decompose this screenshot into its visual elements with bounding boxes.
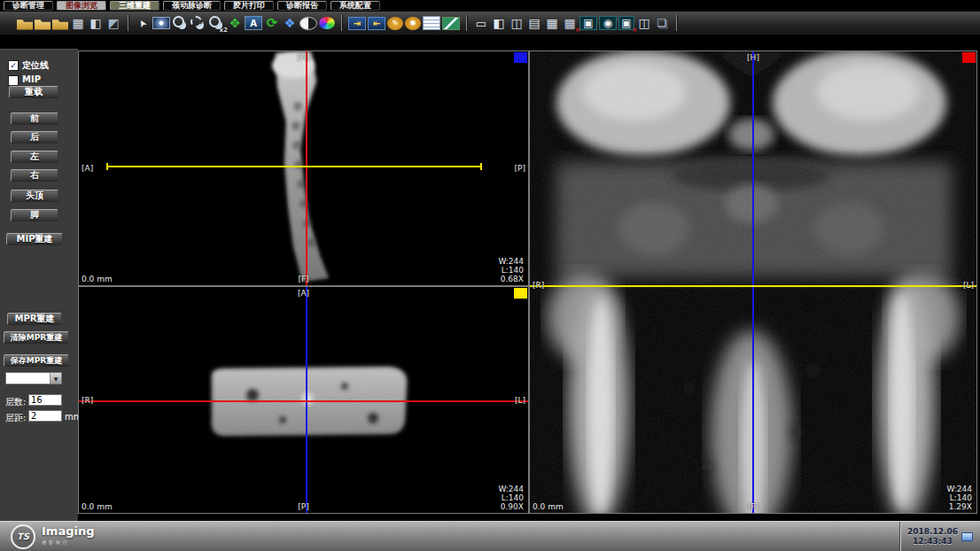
layout-browser-icon[interactable]: ◧ bbox=[491, 16, 507, 31]
mip-checkbox[interactable] bbox=[8, 75, 19, 86]
spacing-input[interactable] bbox=[28, 410, 62, 422]
zoom-value: 1.29X bbox=[946, 502, 972, 511]
orientation-left-label: [A] bbox=[82, 164, 93, 173]
menu-bar: 诊断管理 图像浏览 三维重建 颈动脉诊断 胶片打印 诊断报告 系统配置 bbox=[0, 0, 980, 12]
open-image-folder-icon[interactable] bbox=[52, 19, 68, 30]
orientation-left-label: [R] bbox=[533, 281, 544, 290]
worklist-grid-icon[interactable]: ▦ bbox=[70, 16, 86, 31]
coronal-viewport[interactable]: [H] [R] [L] [F] 0.0 mm W:244 L:140 1.29X bbox=[529, 50, 977, 514]
head-top-button[interactable]: 头顶 bbox=[11, 190, 58, 202]
crosshair-horizontal-red[interactable] bbox=[79, 400, 528, 402]
active-marker-red[interactable] bbox=[962, 52, 976, 63]
mip-rebuild-button[interactable]: MIP重建 bbox=[6, 233, 63, 245]
active-marker-blue[interactable] bbox=[514, 52, 527, 63]
layout-single-icon[interactable]: ▭ bbox=[473, 16, 489, 31]
tab-image-browse[interactable]: 图像浏览 bbox=[57, 1, 106, 11]
back-button[interactable]: 后 bbox=[11, 131, 58, 144]
orientation-right-label: [L] bbox=[515, 396, 525, 405]
delete-shape-icon[interactable]: ▣ ✕ bbox=[618, 16, 634, 31]
active-marker-yellow[interactable] bbox=[514, 288, 527, 299]
crosshair-vertical-blue[interactable] bbox=[752, 51, 754, 513]
front-button[interactable]: 前 bbox=[11, 113, 58, 125]
zoom-x2-icon[interactable]: x2 bbox=[207, 16, 225, 31]
layers-label: 层数: bbox=[5, 396, 26, 408]
zoom-value: 0.90X bbox=[498, 502, 524, 511]
viewport-area: [H] [A] [P] [F] 0.0 mm W:244 L:140 0.68X bbox=[78, 35, 980, 521]
mpr-workstation: 诊断管理 图像浏览 三维重建 颈动脉诊断 胶片打印 诊断报告 系统配置 ▦ ◧ … bbox=[0, 0, 980, 551]
axial-viewport[interactable]: [A] [R] [L] [P] 0.0 mm W:244 L:140 0.90X bbox=[78, 286, 529, 514]
localizer-checkbox[interactable]: ✓ bbox=[8, 60, 19, 71]
mpr-clear-button[interactable]: 清除MPR重建 bbox=[4, 331, 69, 344]
reload-button[interactable]: 重载 bbox=[9, 86, 58, 98]
status-time: 12:43:43 bbox=[913, 537, 953, 547]
window-level-readout: W:244 L:140 1.29X bbox=[946, 485, 972, 511]
open-study-folder-icon[interactable] bbox=[17, 19, 33, 30]
level-value: L:140 bbox=[498, 266, 524, 275]
mpr-rebuild-button[interactable]: MPR重建 bbox=[7, 313, 62, 325]
foot-button[interactable]: 脚 bbox=[11, 209, 58, 221]
tab-system-config[interactable]: 系统配置 bbox=[331, 1, 380, 11]
panel-layout-icon[interactable]: ◧ bbox=[88, 16, 104, 31]
layout-2col-icon[interactable]: ◫ bbox=[509, 16, 525, 31]
tab-3d-reconstruction[interactable]: 三维重建 bbox=[110, 1, 159, 11]
orientation-bottom-label: [F] bbox=[748, 502, 758, 511]
left-button[interactable]: 左 bbox=[11, 151, 58, 163]
spacing-label: 层距: bbox=[5, 412, 26, 424]
crosshair-end-tick[interactable] bbox=[480, 163, 482, 170]
brand-logo: TS bbox=[11, 524, 35, 549]
tab-film-print[interactable]: 胶片打印 bbox=[224, 1, 274, 11]
orientation-right-label: [L] bbox=[963, 281, 974, 290]
invert-contrast-icon[interactable] bbox=[299, 17, 317, 30]
clear-view-glyph: ▦ bbox=[564, 16, 575, 30]
orientation-right-label: [P] bbox=[515, 164, 525, 173]
clear-view-icon[interactable]: ▦ ✕ bbox=[562, 16, 578, 31]
measure-pencil-icon[interactable]: ✎ bbox=[387, 17, 403, 30]
save-image-icon[interactable] bbox=[442, 17, 460, 30]
open-patient-folder-icon[interactable] bbox=[35, 19, 51, 30]
zoom-in-icon[interactable] bbox=[173, 16, 184, 27]
window-level-icon[interactable] bbox=[152, 17, 170, 29]
mpr-save-button[interactable]: 保存MPR重建 bbox=[4, 354, 69, 367]
toolbar-separator bbox=[128, 15, 128, 31]
export-series-icon[interactable]: ⇤ bbox=[368, 17, 385, 30]
split-vertical-icon[interactable]: ◫ bbox=[636, 16, 652, 31]
tab-diagnosis-report[interactable]: 诊断报告 bbox=[277, 1, 327, 11]
sagittal-viewport[interactable]: [H] [A] [P] [F] 0.0 mm W:244 L:140 0.68X bbox=[78, 50, 529, 286]
mip-checkbox-label: MIP bbox=[22, 74, 41, 84]
pan-icon[interactable]: ✥ bbox=[227, 16, 243, 31]
orientation-bottom-label: [P] bbox=[298, 502, 308, 511]
color-palette-icon[interactable] bbox=[319, 17, 335, 29]
localizer-checkbox-label: 定位线 bbox=[22, 59, 49, 72]
mip-circle-icon[interactable]: ◉ bbox=[599, 16, 617, 30]
mpr-series-dropdown[interactable]: ▼ bbox=[5, 372, 62, 384]
import-series-icon[interactable]: ⇥ bbox=[348, 17, 366, 30]
tab-carotid-diagnosis[interactable]: 颈动脉诊断 bbox=[163, 1, 221, 11]
report-document-icon[interactable] bbox=[423, 16, 440, 30]
status-bar: TS Imaging 通影医疗 2018.12.06 12:43:43 bbox=[0, 521, 980, 551]
window-value: W:244 bbox=[498, 257, 524, 266]
tab-diagnosis-manage[interactable]: 诊断管理 bbox=[4, 1, 53, 11]
crosshair-end-tick[interactable] bbox=[106, 163, 108, 170]
layers-input[interactable] bbox=[28, 394, 62, 406]
cube-3d-icon[interactable]: ◩ bbox=[105, 16, 121, 31]
cursor-icon[interactable]: ➤ bbox=[132, 12, 153, 34]
crosshair-horizontal-yellow[interactable] bbox=[107, 166, 481, 167]
right-button[interactable]: 右 bbox=[11, 169, 58, 182]
layout-2row-icon[interactable]: ▤ bbox=[526, 16, 542, 31]
toolbar-separator bbox=[466, 15, 467, 31]
scale-readout: 0.0 mm bbox=[82, 502, 113, 511]
fit-screen-icon[interactable]: ❖ bbox=[282, 16, 298, 31]
mip-square-icon[interactable]: ▣ bbox=[579, 16, 597, 30]
crosshair-horizontal-yellow[interactable] bbox=[530, 285, 976, 287]
image-stack-icon[interactable]: ❏ bbox=[654, 16, 670, 31]
crosshair-vertical-red[interactable] bbox=[306, 51, 307, 285]
brand-block: Imaging 通影医疗 bbox=[42, 526, 94, 547]
brand-name: Imaging bbox=[42, 526, 94, 537]
window-level-readout: W:244 L:140 0.90X bbox=[498, 485, 524, 511]
zoom-region-icon[interactable] bbox=[191, 16, 202, 27]
window-value: W:244 bbox=[946, 485, 972, 493]
tools-icon[interactable]: ✱ bbox=[405, 17, 421, 30]
layout-2x2-icon[interactable]: ▦ bbox=[544, 16, 560, 31]
annotation-a-icon[interactable]: A bbox=[245, 16, 262, 30]
refresh-icon[interactable]: ⟳ bbox=[264, 16, 280, 31]
